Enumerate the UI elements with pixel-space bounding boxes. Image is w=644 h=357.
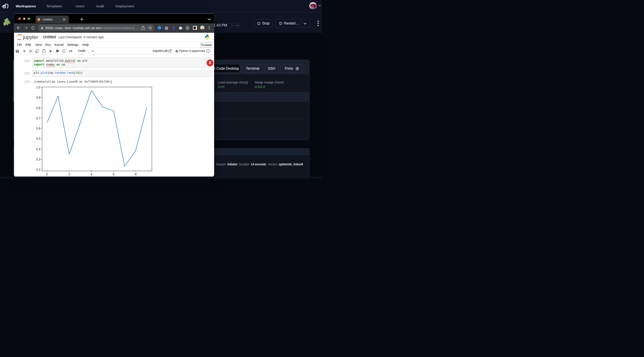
svg-text:0.5: 0.5 (36, 137, 40, 141)
svg-text:8: 8 (135, 172, 137, 176)
svg-text:0.3: 0.3 (36, 158, 40, 161)
svg-text:6: 6 (112, 172, 114, 176)
svg-text:0: 0 (46, 172, 48, 176)
svg-text:0.8: 0.8 (36, 106, 40, 110)
svg-text:2: 2 (68, 172, 70, 176)
svg-text:0.4: 0.4 (36, 147, 40, 151)
svg-text:0.2: 0.2 (36, 168, 40, 172)
svg-text:4: 4 (90, 172, 92, 176)
svg-text:0.7: 0.7 (36, 116, 40, 120)
svg-text:0.6: 0.6 (36, 127, 40, 130)
svg-text:1.0: 1.0 (36, 86, 40, 89)
svg-text:0.9: 0.9 (36, 96, 40, 100)
